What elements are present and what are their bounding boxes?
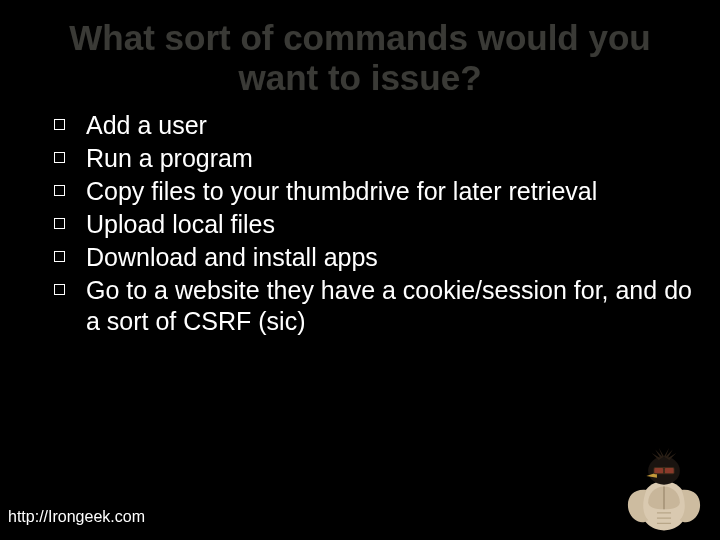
checkbox-icon — [54, 284, 65, 295]
slide-body: Add a user Run a program Copy files to y… — [0, 99, 720, 338]
list-item: Go to a website they have a cookie/sessi… — [20, 274, 700, 338]
list-item-label: Download and install apps — [86, 243, 378, 271]
list-item-label: Upload local files — [86, 210, 275, 238]
list-item-label: Add a user — [86, 111, 207, 139]
list-item: Add a user — [20, 109, 700, 142]
list-item-label: Copy files to your thumbdrive for later … — [86, 177, 597, 205]
slide: What sort of commands would you want to … — [0, 0, 720, 540]
checkbox-icon — [54, 152, 65, 163]
checkbox-icon — [54, 119, 65, 130]
svg-rect-3 — [665, 468, 674, 473]
svg-rect-2 — [654, 468, 663, 473]
list-item: Upload local files — [20, 208, 700, 241]
page-title: What sort of commands would you want to … — [0, 0, 720, 99]
checkbox-icon — [54, 218, 65, 229]
list-item-label: Go to a website they have a cookie/sessi… — [86, 276, 692, 335]
checkbox-icon — [54, 185, 65, 196]
list-item: Copy files to your thumbdrive for later … — [20, 175, 700, 208]
checkbox-icon — [54, 251, 65, 262]
footer-url: http://Irongeek.com — [8, 508, 145, 526]
list-item: Download and install apps — [20, 241, 700, 274]
mascot-icon — [620, 446, 708, 534]
list-item-label: Run a program — [86, 144, 253, 172]
bullet-list: Add a user Run a program Copy files to y… — [20, 109, 700, 338]
list-item: Run a program — [20, 142, 700, 175]
